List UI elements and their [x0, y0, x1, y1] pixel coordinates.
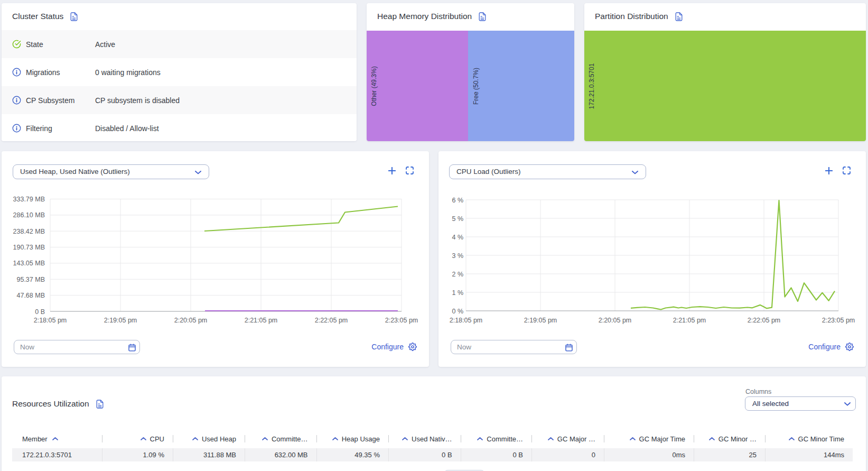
svg-text:5 %: 5 %: [452, 215, 463, 223]
svg-text:2:18:05 pm: 2:18:05 pm: [34, 317, 67, 324]
svg-text:2 %: 2 %: [452, 271, 463, 278]
svg-text:0 %: 0 %: [452, 308, 463, 315]
svg-text:2:22:05 pm: 2:22:05 pm: [315, 317, 348, 324]
svg-text:190.73 MB: 190.73 MB: [13, 244, 45, 251]
svg-text:2:20:05 pm: 2:20:05 pm: [599, 317, 632, 324]
svg-text:2:20:05 pm: 2:20:05 pm: [174, 317, 208, 324]
svg-text:1 %: 1 %: [452, 289, 463, 297]
svg-text:2:21:05 pm: 2:21:05 pm: [245, 317, 278, 324]
svg-text:333.79 MB: 333.79 MB: [13, 196, 45, 203]
svg-text:238.42 MB: 238.42 MB: [13, 228, 45, 235]
svg-text:6 %: 6 %: [452, 197, 463, 204]
svg-text:47.68 MB: 47.68 MB: [16, 292, 45, 299]
svg-text:2:21:05 pm: 2:21:05 pm: [673, 317, 706, 324]
svg-text:286.10 MB: 286.10 MB: [13, 211, 45, 219]
svg-text:2:18:05 pm: 2:18:05 pm: [450, 317, 483, 324]
svg-text:2:19:05 pm: 2:19:05 pm: [524, 317, 557, 324]
svg-text:95.37 MB: 95.37 MB: [16, 276, 45, 283]
svg-text:2:23:05 pm: 2:23:05 pm: [822, 317, 855, 324]
svg-text:2:22:05 pm: 2:22:05 pm: [748, 317, 781, 324]
svg-text:4 %: 4 %: [452, 234, 463, 241]
svg-text:2:19:05 pm: 2:19:05 pm: [104, 317, 137, 324]
svg-text:3 %: 3 %: [452, 252, 463, 260]
svg-text:0 B: 0 B: [35, 308, 45, 316]
svg-text:2:23:05 pm: 2:23:05 pm: [385, 317, 418, 324]
svg-text:143.05 MB: 143.05 MB: [13, 260, 45, 267]
